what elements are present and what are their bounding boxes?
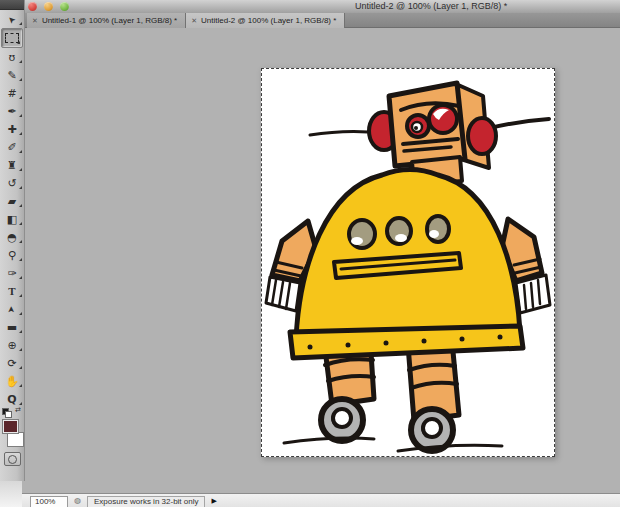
- tool-eraser[interactable]: ▰: [0, 192, 24, 210]
- palette-footer: [0, 481, 22, 507]
- blur-icon: ◓: [7, 232, 17, 243]
- tool-path-selection[interactable]: ➤: [0, 300, 24, 318]
- document-canvas[interactable]: [261, 68, 555, 457]
- photoshop-window: Untitled-2 @ 100% (Layer 1, RGB/8) * ✕ U…: [0, 0, 620, 507]
- foreground-color-swatch[interactable]: [2, 419, 19, 434]
- quick-selection-icon: ✎: [7, 70, 16, 81]
- path-selection-icon: ➤: [7, 305, 16, 313]
- tool-dodge[interactable]: ⚲: [0, 246, 24, 264]
- minimize-window-button[interactable]: [44, 2, 53, 11]
- move-icon: ➤: [6, 13, 18, 25]
- tool-clone-stamp[interactable]: ♜: [0, 156, 24, 174]
- rectangle-shape-icon: ▬: [7, 322, 17, 333]
- zoom-level-field[interactable]: 100%: [30, 496, 68, 507]
- document-tab-bar: ✕ Untitled-1 @ 100% (Layer 1, RGB/8) * ✕…: [0, 13, 620, 28]
- robot-left-pupil: [414, 126, 418, 130]
- spot-healing-brush-icon: ✚: [7, 124, 16, 135]
- tool-crop[interactable]: #: [0, 84, 24, 102]
- tab-label: Untitled-1 @ 100% (Layer 1, RGB/8) *: [42, 13, 177, 28]
- tool-brush[interactable]: ✐: [0, 138, 24, 156]
- swap-colors-icon[interactable]: ⇄: [15, 406, 21, 414]
- status-bar: 100% ◍ Exposure works in 32-bit only ▶: [22, 493, 620, 507]
- robot-illustration: [262, 69, 554, 456]
- robot-button-3: [427, 216, 449, 242]
- tool-3d-orbit[interactable]: ⟳: [0, 354, 24, 372]
- crop-icon: #: [7, 88, 16, 99]
- quick-mask-button[interactable]: [4, 452, 21, 466]
- clone-stamp-icon: ♜: [7, 160, 17, 171]
- robot-hem: [290, 326, 523, 358]
- 3d-rotate-icon: ⊕: [7, 340, 16, 351]
- tab-untitled-1[interactable]: ✕ Untitled-1 @ 100% (Layer 1, RGB/8) *: [27, 13, 186, 28]
- dodge-icon: ⚲: [8, 250, 16, 261]
- hand-icon: ✋: [5, 376, 19, 387]
- tool-quick-selection[interactable]: ✎: [0, 66, 24, 84]
- tool-hand[interactable]: ✋: [0, 372, 24, 390]
- tab-untitled-2[interactable]: ✕ Untitled-2 @ 100% (Layer 1, RGB/8) *: [186, 13, 345, 28]
- tools-palette: ➤ʊ✎#✒✚✐♜↺▰◧◓⚲✑T➤▬⊕⟳✋Q ⇄: [0, 0, 25, 481]
- default-colors-icon[interactable]: ⇄: [2, 408, 22, 417]
- 3d-orbit-icon: ⟳: [7, 358, 16, 369]
- robot-right-ear: [468, 118, 496, 154]
- tool-history-brush[interactable]: ↺: [0, 174, 24, 192]
- rectangular-marquee-icon: [5, 33, 19, 43]
- window-titlebar[interactable]: Untitled-2 @ 100% (Layer 1, RGB/8) *: [0, 0, 620, 14]
- status-icon: ◍: [74, 496, 81, 506]
- tool-lasso[interactable]: ʊ: [0, 48, 24, 66]
- tools-list: ➤ʊ✎#✒✚✐♜↺▰◧◓⚲✑T➤▬⊕⟳✋Q: [0, 10, 24, 408]
- type-icon: T: [8, 286, 15, 297]
- gradient-icon: ◧: [7, 214, 17, 225]
- tool-gradient[interactable]: ◧: [0, 210, 24, 228]
- tool-move[interactable]: ➤: [0, 10, 24, 28]
- tool-rectangular-marquee[interactable]: [1, 28, 23, 48]
- ground-stroke-right: [398, 445, 502, 451]
- eyedropper-icon: ✒: [7, 106, 16, 117]
- tool-spot-healing-brush[interactable]: ✚: [0, 120, 24, 138]
- close-window-button[interactable]: [28, 2, 37, 11]
- history-brush-icon: ↺: [7, 178, 16, 189]
- tool-pen[interactable]: ✑: [0, 264, 24, 282]
- ground-stroke-left: [284, 438, 374, 443]
- status-options-arrow[interactable]: ▶: [211, 496, 216, 506]
- tab-close-icon[interactable]: ✕: [32, 17, 38, 24]
- tool-type[interactable]: T: [0, 282, 24, 300]
- robot-body: [296, 170, 520, 337]
- brush-icon: ✐: [7, 142, 16, 153]
- tool-rectangle-shape[interactable]: ▬: [0, 318, 24, 336]
- color-swatch-area: ⇄: [0, 408, 24, 468]
- background-color-swatch[interactable]: [7, 432, 24, 447]
- tab-label: Untitled-2 @ 100% (Layer 1, RGB/8) *: [201, 13, 336, 28]
- zoom-window-button[interactable]: [60, 2, 69, 11]
- pen-icon: ✑: [7, 268, 16, 279]
- tool-blur[interactable]: ◓: [0, 228, 24, 246]
- status-message: Exposure works in 32-bit only: [87, 496, 206, 507]
- tool-3d-rotate[interactable]: ⊕: [0, 336, 24, 354]
- eraser-icon: ▰: [8, 196, 16, 207]
- lasso-icon: ʊ: [9, 52, 16, 63]
- tools-palette-header[interactable]: [0, 0, 24, 10]
- quick-mask-icon: [8, 455, 17, 464]
- zoom-icon: Q: [7, 394, 16, 405]
- window-title: Untitled-2 @ 100% (Layer 1, RGB/8) *: [355, 1, 507, 11]
- tab-close-icon[interactable]: ✕: [191, 17, 197, 24]
- tool-eyedropper[interactable]: ✒: [0, 102, 24, 120]
